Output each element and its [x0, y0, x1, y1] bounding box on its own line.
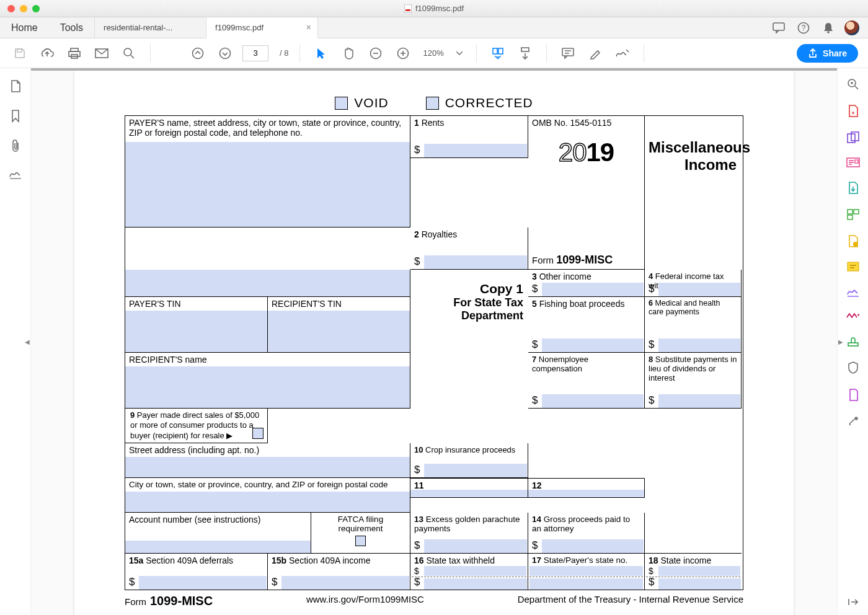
protect-icon[interactable]: [848, 361, 859, 374]
payer-address-cell-cont: [125, 270, 410, 297]
search-tool-icon[interactable]: [847, 78, 859, 91]
user-avatar[interactable]: [844, 20, 859, 35]
document-canvas[interactable]: VOID CORRECTED PAYER'S name, street addr…: [31, 68, 837, 615]
attachments-icon[interactable]: [10, 139, 21, 153]
box-4-fed-tax-withheld[interactable]: 4 Federal income tax withheld $: [645, 270, 742, 297]
thumbnails-icon[interactable]: [9, 79, 22, 93]
window-titlebar: f1099msc.pdf: [0, 0, 868, 17]
blank-right-cell: [645, 513, 742, 554]
pdf-icon: [404, 4, 412, 13]
collapse-left-rail-button[interactable]: ◀: [24, 329, 31, 354]
form-footer: Form 1099-MISC www.irs.gov/Form1099MISC …: [125, 594, 743, 608]
page-total-label: / 8: [280, 48, 288, 58]
bookmarks-icon[interactable]: [11, 109, 20, 123]
document-tab[interactable]: f1099msc.pdf ×: [206, 17, 318, 38]
page-down-icon[interactable]: [215, 43, 235, 63]
payer-tin-cell[interactable]: PAYER'S TIN: [125, 297, 268, 353]
send-comments-icon[interactable]: [847, 234, 859, 248]
omb-year-cell: OMB No. 1545-0115 2019 Form 1099-MISC: [528, 116, 645, 270]
box-18[interactable]: 18 State income $ $: [645, 554, 742, 590]
expand-rail-icon[interactable]: [848, 598, 859, 606]
export-pdf-icon[interactable]: [847, 104, 859, 118]
create-pdf-icon[interactable]: [846, 131, 860, 144]
optimize-icon[interactable]: [848, 388, 859, 402]
edit-pdf-icon[interactable]: [846, 157, 860, 167]
recipient-tin-cell[interactable]: RECIPIENT'S TIN: [268, 297, 410, 353]
email-icon[interactable]: [92, 43, 112, 63]
svg-rect-0: [404, 4, 412, 13]
box-7-nonemployee[interactable]: 7 Nonemployee compensation $: [528, 353, 645, 409]
form-1099-grid: PAYER'S name, street address, city or to…: [125, 115, 743, 590]
find-icon[interactable]: [119, 43, 139, 63]
app-tab-bar: Home Tools residential-rental-... f1099m…: [0, 17, 868, 38]
box-5-fishing[interactable]: 5 Fishing boat proceeds $: [528, 297, 645, 353]
save-icon[interactable]: [10, 43, 30, 63]
close-tab-button[interactable]: ×: [306, 22, 311, 32]
collapse-right-rail-button[interactable]: ▶: [837, 329, 844, 354]
signatures-panel-icon[interactable]: [9, 169, 22, 180]
sign-icon[interactable]: [613, 43, 632, 63]
box-15b[interactable]: 15b Section 409A income $: [268, 554, 410, 590]
convert-pdf-icon[interactable]: [847, 181, 859, 195]
organize-pages-icon[interactable]: [846, 208, 860, 221]
print-icon[interactable]: [64, 43, 84, 63]
box-2-royalties[interactable]: 2 Royalties $: [410, 228, 528, 270]
box-6-medical[interactable]: 6 Medical and health care payments $: [645, 297, 742, 353]
box-11[interactable]: 11: [410, 478, 528, 498]
box-9-direct-sales[interactable]: 9 Payer made direct sales of $5,000 or m…: [125, 409, 268, 443]
minimize-window-button[interactable]: [20, 5, 27, 12]
box-10-crop[interactable]: 10 Crop insurance proceeds $: [410, 443, 528, 478]
recipient-name-cell[interactable]: RECIPIENT'S name: [125, 353, 410, 409]
svg-rect-27: [848, 215, 852, 219]
share-button[interactable]: Share: [797, 44, 858, 63]
highlight-icon[interactable]: [585, 43, 605, 63]
fit-width-icon[interactable]: [488, 43, 508, 63]
fill-sign-icon[interactable]: [846, 286, 860, 298]
page-up-icon[interactable]: [188, 43, 208, 63]
more-sign-icon[interactable]: [846, 311, 861, 321]
box-15a[interactable]: 15a Section 409A deferrals $: [125, 554, 268, 590]
svg-rect-2: [773, 23, 784, 30]
page-number-input[interactable]: [242, 45, 268, 61]
street-address-cell[interactable]: Street address (including apt. no.): [125, 443, 410, 478]
zoom-in-icon[interactable]: [393, 43, 413, 63]
tools-link[interactable]: Tools: [49, 17, 94, 38]
svg-rect-18: [521, 48, 529, 51]
corrected-checkbox[interactable]: CORRECTED: [426, 95, 533, 110]
svg-point-12: [193, 48, 203, 58]
void-checkbox[interactable]: VOID: [335, 95, 388, 110]
document-tab[interactable]: residential-rental-...: [95, 17, 206, 38]
hand-tool-icon[interactable]: [339, 43, 358, 63]
box-17[interactable]: 17 State/Payer's state no.: [528, 554, 645, 590]
stamp-icon[interactable]: [846, 335, 860, 347]
customize-icon[interactable]: [847, 415, 859, 428]
box-16[interactable]: 16 State tax withheld $ $: [410, 554, 528, 590]
pdf-page: VOID CORRECTED PAYER'S name, street addr…: [74, 71, 794, 615]
account-number-cell[interactable]: Account number (see instructions): [125, 513, 311, 554]
comment-note-icon[interactable]: [558, 43, 578, 63]
zoom-dropdown-icon[interactable]: [454, 43, 465, 63]
box-3-other-income[interactable]: 3 Other income $: [528, 270, 645, 297]
zoom-out-icon[interactable]: [366, 43, 386, 63]
city-state-zip-cell[interactable]: City or town, state or province, country…: [125, 478, 410, 513]
help-icon[interactable]: ?: [791, 17, 816, 38]
selection-tool-icon[interactable]: [311, 43, 331, 63]
payer-address-cell[interactable]: PAYER'S name, street address, city or to…: [125, 116, 410, 228]
comments-icon[interactable]: [766, 17, 791, 38]
box-8-substitute[interactable]: 8 Substitute payments in lieu of dividen…: [645, 353, 742, 409]
svg-rect-1: [405, 9, 410, 11]
box-13-parachute[interactable]: 13 Excess golden parachute payments $: [410, 513, 528, 554]
sticky-note-icon[interactable]: [847, 262, 859, 273]
svg-rect-19: [562, 48, 574, 56]
box-1-rents[interactable]: 1 Rents $: [410, 116, 528, 158]
home-link[interactable]: Home: [0, 17, 49, 38]
box-14-attorney[interactable]: 14 Gross proceeds paid to an attorney $: [528, 513, 645, 554]
notifications-icon[interactable]: [816, 17, 841, 38]
close-window-button[interactable]: [7, 5, 15, 12]
box-12[interactable]: 12: [528, 478, 645, 498]
right-tools-rail: ▶: [837, 68, 868, 615]
cloud-upload-icon[interactable]: [37, 43, 57, 63]
fatca-cell[interactable]: FATCA filing requirement: [311, 513, 410, 554]
maximize-window-button[interactable]: [32, 5, 40, 12]
scroll-mode-icon[interactable]: [515, 43, 535, 63]
